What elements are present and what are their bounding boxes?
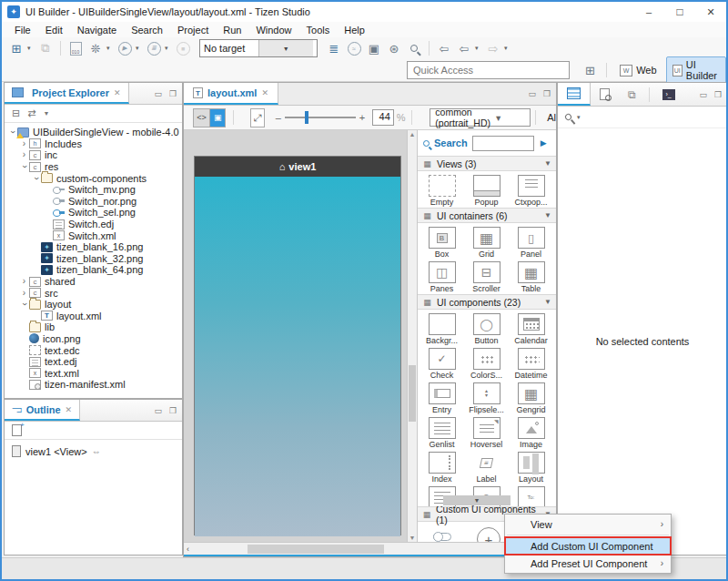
collapse-section-icon[interactable]: [544, 159, 551, 168]
tree-item-switch-nor-png[interactable]: Switch_nor.png: [5, 196, 182, 208]
tree-item-text-xml[interactable]: text.xml: [5, 367, 182, 379]
palette-item-datetime[interactable]: Datetime: [509, 346, 553, 381]
zoom-slider[interactable]: [285, 117, 356, 118]
palette-item-image[interactable]: Image: [509, 415, 553, 450]
profile-icon[interactable]: ≣: [145, 39, 163, 57]
minimize-outline-icon[interactable]: [154, 406, 162, 415]
tab-properties[interactable]: [558, 83, 591, 106]
palette-item-box[interactable]: BBox: [420, 225, 464, 260]
tree-item-text-edc[interactable]: text.edc: [5, 344, 182, 356]
expand-arrow-icon[interactable]: [19, 289, 29, 298]
menu-edit[interactable]: Edit: [38, 25, 70, 36]
palette-item-scroller[interactable]: ⊟Scroller: [464, 260, 509, 294]
tree-item-tizen-manifest-xml[interactable]: tizen-manifest.xml: [5, 379, 182, 391]
fit-to-screen-button[interactable]: [250, 108, 265, 127]
palette-item-partial[interactable]: To:: [509, 484, 553, 506]
maximize-outline-icon[interactable]: [169, 406, 177, 415]
palette-item-ctxpop[interactable]: Ctxpop...: [509, 173, 553, 208]
run-dropdown-icon[interactable]: [136, 45, 143, 52]
tree-item-custom-components[interactable]: custom-components: [5, 172, 182, 184]
tree-item-icon-png[interactable]: icon.png: [5, 333, 182, 345]
source-view-toggle[interactable]: <>: [193, 108, 209, 127]
horizontal-scroll-thumb[interactable]: [248, 545, 384, 554]
palette-item-switch[interactable]: Switch: [420, 524, 464, 542]
tree-item-tizen-blank-16-png[interactable]: tizen_blank_16.png: [5, 241, 182, 253]
palette-item-calendar[interactable]: Calendar: [509, 311, 553, 346]
profile-dropdown[interactable]: common (portrait_HD): [430, 108, 530, 127]
open-perspective-icon[interactable]: ⊞: [581, 61, 599, 79]
tab-project-explorer[interactable]: Project Explorer: [5, 83, 129, 104]
palette-item-entry[interactable]: Entry: [420, 381, 464, 415]
scroll-up-icon[interactable]: [408, 131, 417, 138]
zoom-in-icon[interactable]: [359, 112, 365, 123]
view-body[interactable]: [195, 177, 400, 536]
zoom-slider-thumb[interactable]: [305, 111, 308, 124]
collapse-all-icon[interactable]: ⊟: [12, 107, 20, 119]
target-dropdown[interactable]: No target: [199, 39, 318, 57]
minimize-properties-icon[interactable]: [699, 90, 707, 99]
palette-item-hoversel[interactable]: ◥Hoversel: [464, 415, 509, 450]
palette-item-grid[interactable]: ▦Grid: [464, 225, 509, 260]
add-component-button[interactable]: [477, 527, 500, 542]
palette-item-gengrid[interactable]: ▦Gengrid: [509, 381, 553, 415]
link-with-editor-icon[interactable]: ⇄: [27, 107, 35, 119]
palette-item-panel[interactable]: ▯Panel: [509, 225, 553, 260]
emulator-manager-icon[interactable]: ≣: [325, 39, 343, 57]
perspective-ui-builder-button[interactable]: UI UI Builder: [666, 56, 726, 84]
profile-dropdown-icon[interactable]: [165, 45, 172, 52]
debug-dropdown-icon[interactable]: [106, 45, 114, 52]
tab-layout-xml[interactable]: layout.xml: [184, 83, 278, 105]
close-button[interactable]: [695, 2, 726, 22]
context-menu-item-view[interactable]: View: [505, 515, 671, 533]
tree-item-lib[interactable]: lib: [5, 321, 182, 333]
palette-scroll-down-strip[interactable]: [443, 495, 511, 505]
maximize-editor-icon[interactable]: [543, 89, 551, 98]
editor-horizontal-scrollbar[interactable]: [184, 542, 556, 556]
perspective-web-button[interactable]: W Web: [614, 63, 662, 78]
tree-item-switch-edj[interactable]: Switch.edj: [5, 219, 182, 230]
minimize-panel-icon[interactable]: [154, 89, 162, 98]
new-dropdown-icon[interactable]: [27, 45, 35, 52]
tree-item-layout[interactable]: layout: [5, 299, 182, 311]
debug-icon[interactable]: ❊: [86, 39, 105, 57]
run-icon[interactable]: ▶: [116, 39, 134, 57]
tab-outline[interactable]: ⫎ Outline: [5, 400, 80, 421]
palette-section-ui-containers-6[interactable]: ▦UI containers (6): [418, 208, 556, 223]
view-menu-icon[interactable]: ▼: [43, 110, 49, 117]
palette-item-table[interactable]: ▦Table: [509, 260, 553, 294]
context-menu-item-add-custom-ui-component[interactable]: Add Custom UI Component: [505, 537, 671, 555]
menu-file[interactable]: File: [7, 25, 38, 36]
tab-file-preview[interactable]: [591, 83, 619, 106]
tab-console[interactable]: [653, 83, 684, 106]
back-icon[interactable]: ⇦: [455, 39, 473, 57]
palette-item-panes[interactable]: ◫Panes: [420, 260, 464, 294]
menu-navigate[interactable]: Navigate: [70, 25, 124, 36]
menu-window[interactable]: Window: [248, 25, 298, 36]
menu-help[interactable]: Help: [337, 25, 372, 36]
phone-mockup[interactable]: view1: [194, 156, 401, 535]
minimize-button[interactable]: [633, 2, 664, 22]
palette-item-popup[interactable]: Popup: [464, 173, 509, 208]
new-view-icon[interactable]: [12, 424, 22, 436]
maximize-button[interactable]: [664, 2, 695, 22]
palette-section-views-3[interactable]: ▦Views (3): [418, 156, 556, 171]
menu-run[interactable]: Run: [216, 25, 248, 36]
expand-arrow-icon[interactable]: [32, 173, 41, 183]
palette-item-index[interactable]: Index: [420, 450, 464, 484]
palette-item-empty[interactable]: Empty: [420, 173, 464, 208]
pin-dropdown-icon[interactable]: [577, 114, 584, 121]
zoom-value-input[interactable]: 44: [372, 109, 394, 126]
new-project-icon[interactable]: ⊞: [7, 39, 25, 57]
menu-project[interactable]: Project: [170, 25, 216, 36]
tree-item-inc[interactable]: inc: [5, 149, 182, 161]
maximize-panel-icon[interactable]: [169, 89, 177, 98]
tree-item-switch-mv-png[interactable]: Switch_mv.png: [5, 184, 182, 196]
tree-item-switch-xml[interactable]: Switch.xml: [5, 229, 182, 241]
palette-item-colors[interactable]: ColorS...: [464, 346, 509, 381]
search-go-icon[interactable]: [541, 138, 547, 148]
collapse-section-icon[interactable]: [544, 211, 551, 219]
context-menu-item-add-preset-ui-component[interactable]: Add Preset UI Component: [505, 555, 671, 572]
menu-search[interactable]: Search: [124, 25, 170, 36]
outline-item-view1[interactable]: view1 <View>: [5, 440, 182, 463]
expand-arrow-icon[interactable]: [20, 300, 29, 310]
